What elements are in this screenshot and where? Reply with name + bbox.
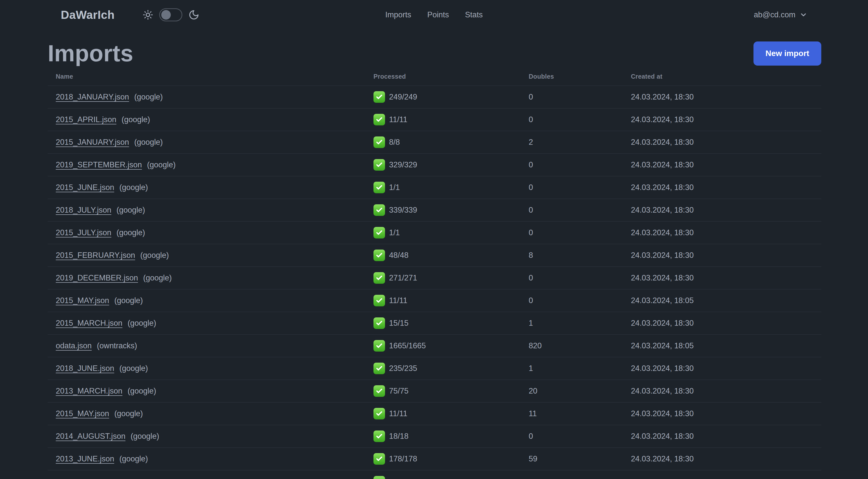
green-check-icon [373, 385, 385, 397]
table-row: 2019_SEPTEMBER.json (google) 329/329 0 2… [48, 154, 821, 176]
file-link[interactable]: 2014_AUGUST.json [56, 432, 125, 441]
table-header-row: Name Processed Doubles Created at [48, 68, 821, 86]
column-header-created-at: Created at [623, 68, 821, 86]
created-at-cell: 24.03.2024, 18:30 [623, 176, 821, 199]
file-link[interactable]: 2015_APRIL.json [56, 115, 116, 124]
processed-cell: 339/339 [366, 199, 521, 221]
processed-count: 178/178 [389, 454, 417, 463]
table-row: 2018_JANUARY.json (google) 249/249 0 24.… [48, 86, 821, 108]
created-at-cell: 24.03.2024, 18:30 [623, 108, 821, 131]
file-source: (google) [117, 364, 148, 373]
processed-count: 11/11 [389, 409, 407, 418]
doubles-cell: 0 [521, 289, 623, 312]
doubles-cell: 8 [521, 244, 623, 267]
file-source: (owntracks) [95, 341, 137, 350]
green-check-icon [373, 408, 385, 419]
file-source: (google) [125, 387, 156, 395]
green-check-icon [373, 363, 385, 374]
file-link[interactable]: 2013_JUNE.json [56, 454, 114, 463]
created-at-cell: 24.03.2024, 18:30 [623, 86, 821, 108]
navbar: DaWarIch Imports Points Stats ab@cd.com [0, 0, 868, 30]
table-row: 2015_FEBRUARY.json (google) 48/48 8 24.0… [48, 244, 821, 267]
doubles-cell: 0 [521, 199, 623, 221]
processed-cell: 329/329 [366, 154, 521, 176]
table-row: 2014_AUGUST.json (google) 18/18 0 24.03.… [48, 425, 821, 448]
column-header-name: Name [48, 68, 366, 86]
processed-cell: 15/15 [366, 312, 521, 334]
nav-link-points[interactable]: Points [427, 10, 449, 19]
file-link[interactable]: 2015_MAY.json [56, 296, 109, 305]
file-link[interactable]: 2015_FEBRUARY.json [56, 251, 135, 260]
doubles-cell [521, 470, 623, 479]
doubles-cell: 0 [521, 221, 623, 244]
file-link[interactable]: 2018_JULY.json [56, 206, 111, 214]
main-nav: Imports Points Stats [385, 0, 483, 30]
file-source: (google) [114, 206, 145, 214]
name-cell: 2013_JUNE.json (google) [48, 448, 366, 470]
doubles-cell: 1 [521, 357, 623, 380]
green-check-icon [373, 204, 385, 216]
created-at-cell: 24.03.2024, 18:30 [623, 380, 821, 402]
name-cell: 2015_MAY.json (google) [48, 402, 366, 425]
file-link[interactable]: 2015_JULY.json [56, 228, 111, 237]
table-row: 2015_JANUARY.json (google) 8/8 2 24.03.2… [48, 131, 821, 154]
doubles-cell: 0 [521, 108, 623, 131]
processed-count: 271/271 [389, 273, 417, 282]
processed-count: 18/18 [389, 432, 409, 441]
doubles-cell: 2 [521, 131, 623, 154]
processed-count: 1665/1665 [389, 341, 426, 350]
doubles-cell: 0 [521, 267, 623, 289]
doubles-cell: 59 [521, 448, 623, 470]
file-source: (google) [132, 138, 163, 147]
name-cell: 2013_MARCH.json (google) [48, 380, 366, 402]
table-row: 2015_MAY.json (google) 11/11 11 24.03.20… [48, 402, 821, 425]
processed-cell: 11/11 [366, 108, 521, 131]
file-link[interactable]: 2015_MAY.json [56, 409, 109, 418]
file-source: (google) [112, 296, 143, 305]
file-link[interactable]: 2015_JUNE.json [56, 183, 114, 192]
processed-count: 249/249 [389, 92, 417, 101]
table-row: 2015_MARCH.json (google) 15/15 1 24.03.2… [48, 312, 821, 334]
file-link[interactable]: odata.json [56, 341, 92, 350]
green-check-icon [373, 318, 385, 329]
file-link[interactable]: 2018_JUNE.json [56, 364, 114, 373]
file-source: (google) [117, 454, 148, 463]
file-source: (google) [145, 160, 176, 169]
processed-cell: 271/271 [366, 267, 521, 289]
green-check-icon [373, 91, 385, 103]
file-link[interactable]: 2013_MARCH.json [56, 387, 122, 395]
name-cell: 2018_JUNE.json (google) [48, 357, 366, 380]
created-at-cell [623, 470, 821, 479]
page-title: Imports [48, 41, 133, 66]
created-at-cell: 24.03.2024, 18:30 [623, 244, 821, 267]
green-check-icon [373, 249, 385, 261]
nav-link-imports[interactable]: Imports [385, 10, 411, 19]
file-link[interactable]: 2018_JANUARY.json [56, 92, 129, 101]
green-check-icon [373, 430, 385, 442]
name-cell: odata.json (owntracks) [48, 334, 366, 357]
created-at-cell: 24.03.2024, 18:30 [623, 402, 821, 425]
processed-cell: 18/18 [366, 425, 521, 448]
processed-count: 339/339 [389, 206, 417, 215]
green-check-icon [373, 159, 385, 171]
created-at-cell: 24.03.2024, 18:30 [623, 199, 821, 221]
green-check-icon [373, 182, 385, 193]
doubles-cell: 0 [521, 86, 623, 108]
processed-cell: 11/11 [366, 289, 521, 312]
file-link[interactable]: 2019_DECEMBER.json [56, 273, 138, 282]
green-check-icon [373, 340, 385, 352]
processed-count: 11/11 [389, 115, 407, 124]
brand-logo[interactable]: DaWarIch [61, 8, 115, 22]
file-source: (google) [128, 432, 159, 441]
account-menu[interactable]: ab@cd.com [754, 10, 807, 19]
new-import-button[interactable]: New import [753, 41, 821, 66]
theme-switch[interactable] [159, 8, 182, 21]
file-link[interactable]: 2015_MARCH.json [56, 319, 122, 327]
page-header: Imports New import [48, 41, 821, 66]
column-header-processed: Processed [366, 68, 521, 86]
table-row [48, 470, 821, 479]
file-link[interactable]: 2015_JANUARY.json [56, 138, 129, 147]
file-source: (google) [138, 251, 169, 260]
file-link[interactable]: 2019_SEPTEMBER.json [56, 160, 142, 169]
nav-link-stats[interactable]: Stats [465, 10, 483, 19]
